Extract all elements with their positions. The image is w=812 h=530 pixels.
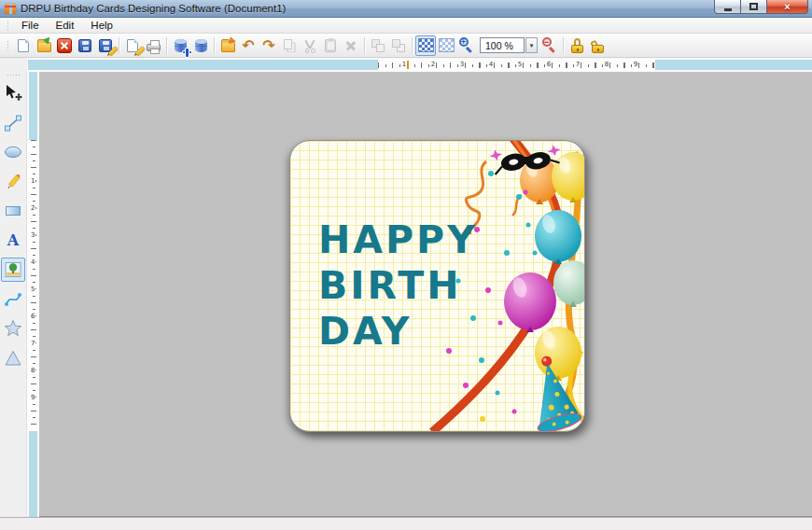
copy-button[interactable] <box>279 35 300 56</box>
export-design-button[interactable] <box>217 35 238 56</box>
edit-card-button[interactable] <box>122 35 143 56</box>
open-file-button[interactable] <box>34 35 54 56</box>
tool-curve[interactable] <box>1 287 25 312</box>
tool-line[interactable] <box>1 111 25 135</box>
card-text-line-3: DAY <box>318 309 478 355</box>
toolbar-separator <box>412 37 413 54</box>
v-ruler-number: 1 <box>30 178 35 185</box>
h-ruler-number: 7 <box>575 62 581 68</box>
h-ruler-number: 5 <box>517 62 523 68</box>
delete-x-icon <box>343 38 358 53</box>
dense-grid-icon <box>418 38 434 52</box>
toolbar-separator <box>119 37 119 54</box>
zoom-level-combo[interactable]: 100 % <box>480 37 525 53</box>
open-folder-icon <box>37 42 51 52</box>
birthday-card[interactable]: HAPPY BIRTH DAY <box>289 140 585 432</box>
close-file-icon <box>57 38 72 53</box>
v-ruler-number: 2 <box>30 205 35 212</box>
database-icon <box>195 39 207 52</box>
cut-button[interactable] <box>300 35 320 56</box>
cut-scissors-icon <box>302 38 317 53</box>
close-button[interactable]: × <box>766 0 808 14</box>
toolbar: ↶ ↷ + 100 % ▾ − <box>0 34 812 58</box>
maximize-icon <box>749 3 758 10</box>
v-ruler-number: 7 <box>30 341 35 347</box>
zoom-in-icon: + <box>459 37 475 53</box>
menu-help[interactable]: Help <box>82 19 121 32</box>
toolbar-gripper <box>7 40 9 51</box>
tool-star[interactable] <box>1 316 25 341</box>
close-file-button[interactable] <box>54 35 75 56</box>
delete-button[interactable] <box>341 35 361 56</box>
v-ruler-number: 6 <box>30 314 35 320</box>
send-backward-icon <box>391 38 406 53</box>
dropdown-arrow-icon: ▾ <box>530 42 534 49</box>
light-grid-icon <box>439 38 455 52</box>
pencil-tool-icon <box>4 173 22 191</box>
undo-icon: ↶ <box>242 38 254 53</box>
unlock-icon <box>592 38 604 53</box>
zoom-in-button[interactable]: + <box>456 35 477 56</box>
zoom-out-icon: − <box>542 37 558 53</box>
tool-text[interactable]: A <box>1 229 25 253</box>
v-ruler-number: 4 <box>30 259 35 266</box>
card-text-line-2: BIRTH <box>318 263 478 309</box>
menu-bar: File Edit Help <box>0 18 812 34</box>
copy-icon <box>284 39 292 49</box>
zoom-out-button[interactable]: − <box>539 35 560 56</box>
menu-gripper <box>7 20 9 31</box>
export-arrow-icon <box>227 35 236 44</box>
tool-pencil[interactable] <box>1 170 25 194</box>
save-button[interactable] <box>75 35 95 56</box>
redo-button[interactable]: ↷ <box>259 35 279 56</box>
paste-button[interactable] <box>320 35 341 56</box>
h-ruler-number: 2 <box>430 62 436 68</box>
tool-select-move[interactable] <box>1 81 25 105</box>
tool-triangle[interactable] <box>1 346 25 370</box>
menu-edit[interactable]: Edit <box>48 19 83 32</box>
select-move-icon <box>4 84 22 103</box>
database-button[interactable] <box>190 35 211 56</box>
open-arrow-icon <box>42 35 52 45</box>
zoom-combo-arrow[interactable]: ▾ <box>525 37 538 53</box>
undo-button[interactable]: ↶ <box>238 35 259 56</box>
line-tool-icon <box>4 114 22 132</box>
v-ruler-number: 9 <box>30 395 35 401</box>
send-backward-button[interactable] <box>388 35 409 56</box>
lock-button[interactable] <box>567 35 587 56</box>
tool-rectangle[interactable] <box>1 199 25 223</box>
app-gift-icon <box>5 4 16 14</box>
tool-image[interactable] <box>1 258 25 282</box>
new-document-button[interactable] <box>13 35 34 56</box>
ruler-position-marker <box>407 61 409 69</box>
menu-file[interactable]: File <box>13 19 48 32</box>
rectangle-tool-icon <box>4 202 22 220</box>
redo-icon: ↷ <box>262 38 274 53</box>
save-as-button[interactable] <box>95 35 116 56</box>
unlock-button[interactable] <box>587 35 608 56</box>
minimize-button[interactable] <box>714 0 741 14</box>
h-ruler-number: 6 <box>546 62 552 68</box>
light-grid-pattern-button[interactable] <box>436 35 456 56</box>
design-canvas[interactable]: HAPPY BIRTH DAY <box>39 72 812 517</box>
horizontal-ruler-scale: 1 2 3 4 5 6 7 8 9 <box>378 59 655 71</box>
v-ruler-number: 8 <box>30 368 35 374</box>
edit-page-icon <box>127 39 138 52</box>
minimize-icon <box>724 8 732 11</box>
print-button[interactable] <box>143 35 163 56</box>
ruler-corner <box>0 58 27 72</box>
palette-gripper <box>7 74 20 77</box>
h-ruler-number: 3 <box>459 62 465 68</box>
ellipse-tool-icon <box>4 143 22 161</box>
toolbar-separator <box>166 37 167 54</box>
title-bar[interactable]: DRPU Birthday Cards Designing Software (… <box>0 0 812 18</box>
add-database-button[interactable] <box>170 35 190 56</box>
tool-ellipse[interactable] <box>1 140 25 164</box>
maximize-button[interactable] <box>741 0 766 14</box>
dense-grid-pattern-button[interactable] <box>415 35 436 56</box>
text-tool-icon: A <box>7 233 19 248</box>
image-tool-icon <box>4 260 22 279</box>
bring-forward-button[interactable] <box>368 35 388 56</box>
card-greeting-text[interactable]: HAPPY BIRTH DAY <box>318 217 478 355</box>
star-tool-icon <box>4 319 22 338</box>
